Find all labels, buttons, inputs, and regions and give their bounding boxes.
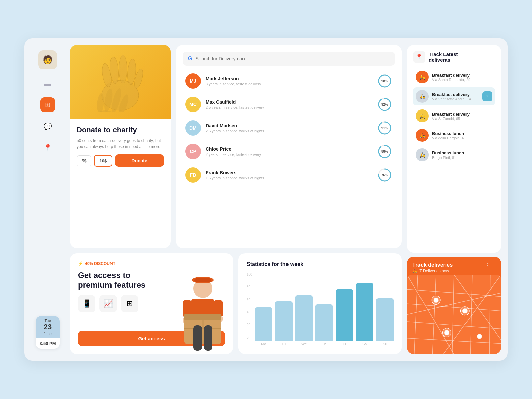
deliveryman-item[interactable]: FB Frank Bowers 1,5 years in service, wo… — [183, 164, 395, 186]
delivery-name: Business lunch — [432, 131, 492, 136]
y-axis-label: 100 — [247, 273, 252, 276]
sidebar-icon-dashboard[interactable]: ⊞ — [40, 97, 55, 112]
bar-group — [356, 283, 373, 341]
delivery-address: Via della Pergola, 41 — [432, 136, 492, 140]
progress-label: 91% — [381, 126, 388, 130]
dm-name: Mark Jefferson — [206, 76, 372, 81]
deliveryman-item[interactable]: DM David Madsen 2,5 years in service, wo… — [183, 117, 395, 139]
delivery-list-item[interactable]: 🛵 Breakfast delivery Via Ventisette Apri… — [413, 87, 495, 105]
calendar-widget: Tue 23 June 3:50 PM — [36, 316, 60, 349]
delivery-icon: 🛵 — [416, 71, 429, 83]
feature-icon-grid: ⊞ — [121, 295, 138, 312]
stats-card: Statistics for the week 100806040200 MoT… — [238, 253, 402, 354]
delivery-icon: 🛵 — [416, 90, 429, 103]
progress-label: 98% — [381, 79, 388, 83]
donate-description: 50 cents from each delivery goes to char… — [77, 138, 164, 150]
calendar-month: June — [38, 331, 57, 336]
track-title-area: 📍 Track Latest deliveras — [413, 51, 458, 63]
delivery-icon: 🛵 — [416, 109, 429, 122]
bar-group — [376, 298, 394, 341]
calendar-header: Tue 23 June — [36, 316, 60, 338]
donate-card: Donate to charity 50 cents from each del… — [70, 45, 171, 248]
dm-description: 1,5 years in service, works at nights — [206, 176, 372, 180]
chart-bar — [275, 301, 293, 341]
delivery-list-item[interactable]: 🛵 Breakfast delivery Via S. Zanobi, 65 — [413, 107, 495, 125]
y-axis: 100806040200 — [247, 273, 255, 346]
svg-point-54 — [443, 328, 451, 337]
user-avatar[interactable]: 🧑 — [38, 50, 57, 69]
lightning-icon: ⚡ — [78, 261, 83, 266]
delivery-icon: 🛵 — [416, 148, 429, 161]
track-map-card[interactable]: Track deliveries 🛵 7 Deliveries now ⋮⋮ — [407, 257, 501, 354]
menu-dots-icon[interactable]: ⋮⋮ — [483, 53, 495, 61]
y-axis-label: 80 — [247, 285, 252, 289]
delivery-list-item[interactable]: 🛵 Breakfast delivery Via Santa Reparata,… — [413, 68, 495, 86]
deliveryman-item[interactable]: CP Chloe Price 2 years in service, faste… — [183, 140, 395, 163]
pin-icon: 📍 — [413, 51, 425, 63]
track-title: Track Latest deliveras — [429, 51, 458, 63]
arrow-button[interactable]: » — [482, 91, 492, 101]
amount-10-button[interactable]: 10$ — [94, 155, 112, 167]
progress-ring: 98% — [377, 73, 392, 89]
chart-container: 100806040200 MoTuWeThFrSaSu — [247, 273, 394, 346]
sidebar: 🧑 ▬ ⊞ 💬 📍 Tue 23 June 3:50 PM — [31, 45, 64, 354]
main-content: Donate to charity 50 cents from each del… — [70, 45, 402, 354]
bar-group — [275, 301, 293, 341]
y-axis-label: 0 — [247, 336, 252, 339]
search-input[interactable] — [195, 56, 390, 61]
delivery-list-item[interactable]: 🛵 Business lunch Via della Pergola, 41 — [413, 126, 495, 144]
chart-label: Tu — [275, 342, 293, 346]
delivery-person-image — [169, 267, 233, 354]
stats-title: Statistics for the week — [247, 261, 394, 267]
dashboard: 🧑 ▬ ⊞ 💬 📍 Tue 23 June 3:50 PM — [24, 38, 508, 361]
y-axis-label: 60 — [247, 298, 252, 302]
sidebar-icon-cards[interactable]: ▬ — [40, 76, 55, 91]
track-map-title: Track deliveries — [412, 262, 453, 268]
deliveryman-item[interactable]: MC Max Caulfield 2,5 years in service, f… — [183, 93, 395, 116]
map-menu-icon[interactable]: ⋮⋮ — [485, 262, 496, 268]
chart-area: MoTuWeThFrSaSu — [255, 273, 394, 346]
dm-avatar: DM — [185, 120, 201, 136]
track-latest-card: 📍 Track Latest deliveras ⋮⋮ 🛵 Breakfast … — [407, 45, 501, 253]
search-bar[interactable]: G — [183, 52, 395, 66]
track-map-info: Track deliveries 🛵 7 Deliveries now — [412, 262, 453, 273]
chart-label: Su — [376, 342, 394, 346]
chart-label: Sa — [356, 342, 373, 346]
bar-group — [295, 295, 313, 341]
delivery-name: Business lunch — [432, 150, 492, 156]
delivery-address: Via Santa Reparata, 29 — [432, 78, 492, 82]
calendar-day-name: Tue — [38, 319, 57, 323]
deliveryman-item[interactable]: MJ Mark Jefferson 3 years in service, fa… — [183, 70, 395, 92]
delivery-info: Business lunch Via della Pergola, 41 — [432, 131, 492, 140]
svg-rect-35 — [407, 275, 501, 354]
chart-bar — [336, 289, 353, 341]
track-map-subtitle: 🛵 7 Deliveries now — [412, 269, 453, 273]
progress-ring: 91% — [377, 120, 392, 136]
delivery-list-item[interactable]: 🛵 Business lunch Borgo Pinti, 81 — [413, 146, 495, 164]
donate-image — [70, 45, 171, 119]
dm-info: Mark Jefferson 3 years in service, faste… — [206, 76, 372, 86]
deliveryman-card: G MJ Mark Jefferson 3 years in service, … — [176, 45, 402, 248]
dm-description: 2,5 years in service, fastest delivery — [206, 105, 372, 109]
delivery-info: Breakfast delivery Via Santa Reparata, 2… — [432, 73, 492, 82]
donate-button[interactable]: Donate — [115, 154, 164, 167]
amount-5-button[interactable]: 5$ — [77, 155, 91, 166]
dm-info: Max Caulfield 2,5 years in service, fast… — [206, 99, 372, 109]
dm-avatar: MC — [185, 97, 201, 112]
sidebar-icon-location[interactable]: 📍 — [40, 140, 55, 155]
dm-info: Frank Bowers 1,5 years in service, works… — [206, 170, 372, 180]
dm-name: Max Caulfield — [206, 99, 372, 105]
delivery-name: Breakfast delivery — [432, 73, 492, 78]
progress-label: 92% — [381, 103, 388, 106]
delivery-address: Borgo Pinti, 81 — [432, 156, 492, 160]
svg-rect-33 — [193, 325, 202, 351]
chart-bar — [255, 307, 272, 341]
donate-title: Donate to charity — [77, 126, 164, 134]
sidebar-icon-chat[interactable]: 💬 — [40, 119, 55, 134]
delivery-address: Via Ventisette Aprile, 14 — [432, 97, 479, 101]
deliveryman-list: MJ Mark Jefferson 3 years in service, fa… — [183, 70, 395, 186]
chart-label: We — [295, 342, 313, 346]
right-panel: 📍 Track Latest deliveras ⋮⋮ 🛵 Breakfast … — [407, 45, 501, 354]
discount-badge: ⚡ 40% DISCOUNT — [78, 261, 225, 266]
svg-point-3 — [119, 55, 127, 83]
